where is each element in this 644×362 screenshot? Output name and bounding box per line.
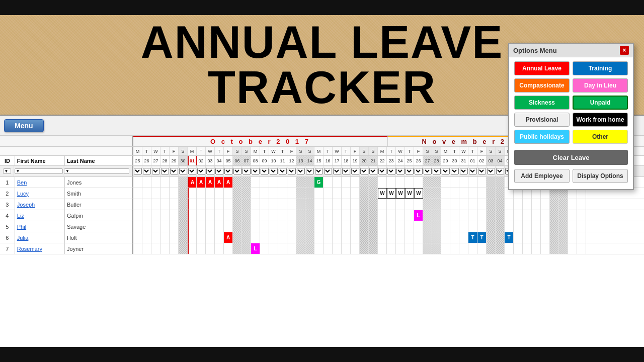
cal-cell-5-41[interactable]: T [505, 232, 514, 243]
cal-cell-3-5[interactable] [179, 210, 188, 221]
cal-cell-3-26[interactable] [369, 210, 378, 221]
cal-cell-3-17[interactable] [287, 210, 296, 221]
cal-cell-4-0[interactable] [133, 221, 142, 232]
cal-cell-0-8[interactable]: A [206, 177, 215, 188]
cal-cell-6-7[interactable] [197, 243, 206, 254]
cal-cell-5-39[interactable] [487, 232, 496, 243]
cal-cell-3-8[interactable] [206, 210, 215, 221]
cal-cell-3-3[interactable] [160, 210, 170, 221]
cal-cell-6-4[interactable] [170, 243, 179, 254]
cal-cell-5-46[interactable] [550, 232, 559, 243]
cal-cell-1-2[interactable] [151, 188, 160, 199]
cal-cell-6-44[interactable] [532, 243, 541, 254]
cal-cell-1-36[interactable] [459, 188, 468, 199]
cal-cell-6-10[interactable] [224, 243, 233, 254]
cal-cell-0-23[interactable] [342, 177, 351, 188]
cal-cell-6-49[interactable] [577, 243, 586, 254]
cal-cell-4-8[interactable] [206, 221, 215, 232]
cal-cell-0-12[interactable] [242, 177, 251, 188]
cal-cell-4-47[interactable] [559, 221, 568, 232]
cal-cell-1-6[interactable] [188, 188, 197, 199]
menu-button[interactable]: Menu [4, 119, 44, 132]
cal-cell-0-13[interactable] [251, 177, 260, 188]
cal-cell-5-1[interactable] [142, 232, 151, 243]
cal-cell-6-28[interactable] [387, 243, 396, 254]
cal-cell-1-26[interactable] [369, 188, 378, 199]
cal-cell-2-31[interactable] [414, 199, 423, 210]
work-from-home-btn[interactable]: Work from home [573, 113, 628, 127]
cal-cell-0-39[interactable] [487, 177, 496, 188]
cal-cell-2-34[interactable] [441, 199, 450, 210]
cal-cell-5-35[interactable] [450, 232, 459, 243]
cal-cell-2-40[interactable] [496, 199, 505, 210]
cal-cell-3-16[interactable] [278, 210, 287, 221]
cal-cell-5-5[interactable] [179, 232, 188, 243]
cell-firstname-3[interactable]: Liz [15, 210, 65, 221]
cal-cell-4-31[interactable] [414, 221, 423, 232]
cal-cell-2-48[interactable] [568, 199, 577, 210]
cal-cell-5-49[interactable] [577, 232, 586, 243]
cal-cell-0-10[interactable]: A [224, 177, 233, 188]
cal-cell-0-9[interactable]: A [215, 177, 224, 188]
cal-cell-2-27[interactable] [378, 199, 387, 210]
cal-cell-3-36[interactable] [459, 210, 468, 221]
cal-cell-3-24[interactable] [351, 210, 360, 221]
cal-cell-5-38[interactable]: T [477, 232, 487, 243]
cell-firstname-0[interactable]: Ben [15, 177, 65, 188]
cal-cell-5-33[interactable] [432, 232, 441, 243]
cal-cell-5-23[interactable] [342, 232, 351, 243]
cal-cell-3-1[interactable] [142, 210, 151, 221]
cal-cell-4-11[interactable] [233, 221, 242, 232]
cal-cell-4-26[interactable] [369, 221, 378, 232]
cal-cell-6-27[interactable] [378, 243, 387, 254]
cal-cell-3-44[interactable] [532, 210, 541, 221]
cal-cell-1-17[interactable] [287, 188, 296, 199]
cal-cell-1-23[interactable] [342, 188, 351, 199]
cal-cell-1-20[interactable] [314, 188, 324, 199]
cal-cell-0-3[interactable] [160, 177, 170, 188]
cal-cell-1-24[interactable] [351, 188, 360, 199]
cal-cell-2-9[interactable] [215, 199, 224, 210]
cal-cell-2-23[interactable] [342, 199, 351, 210]
cal-cell-1-7[interactable] [197, 188, 206, 199]
cal-cell-1-40[interactable] [496, 188, 505, 199]
cal-cell-1-1[interactable] [142, 188, 151, 199]
cal-cell-4-5[interactable] [179, 221, 188, 232]
cal-cell-4-34[interactable] [441, 221, 450, 232]
cal-cell-6-34[interactable] [441, 243, 450, 254]
cal-cell-0-32[interactable] [423, 177, 432, 188]
cal-cell-6-0[interactable] [133, 243, 142, 254]
cal-cell-6-42[interactable] [514, 243, 523, 254]
filter-id-select[interactable]: ▼ [3, 168, 11, 174]
cal-cell-1-39[interactable] [487, 188, 496, 199]
cal-cell-5-19[interactable] [305, 232, 314, 243]
cal-cell-6-47[interactable] [559, 243, 568, 254]
cal-cell-6-17[interactable] [287, 243, 296, 254]
cal-cell-5-31[interactable] [414, 232, 423, 243]
cal-cell-0-17[interactable] [287, 177, 296, 188]
cal-cell-3-27[interactable] [378, 210, 387, 221]
cal-cell-0-28[interactable] [387, 177, 396, 188]
cal-cell-2-10[interactable] [224, 199, 233, 210]
cal-cell-4-6[interactable] [188, 221, 197, 232]
cal-cell-2-24[interactable] [351, 199, 360, 210]
cal-cell-2-3[interactable] [160, 199, 170, 210]
cal-cell-3-0[interactable] [133, 210, 142, 221]
cal-cell-0-21[interactable] [324, 177, 333, 188]
cal-cell-6-16[interactable] [278, 243, 287, 254]
annual-leave-btn[interactable]: Annual Leave [514, 61, 570, 75]
cal-cell-2-22[interactable] [333, 199, 342, 210]
cal-cell-3-12[interactable] [242, 210, 251, 221]
cal-cell-5-24[interactable] [351, 232, 360, 243]
cal-cell-2-14[interactable] [260, 199, 269, 210]
cal-cell-2-28[interactable] [387, 199, 396, 210]
cal-cell-6-43[interactable] [523, 243, 532, 254]
cal-cell-1-29[interactable]: W [396, 188, 405, 199]
cal-cell-0-36[interactable] [459, 177, 468, 188]
cal-cell-6-15[interactable] [269, 243, 278, 254]
cal-cell-1-28[interactable]: W [387, 188, 396, 199]
cal-cell-0-37[interactable] [468, 177, 477, 188]
cal-cell-4-37[interactable] [468, 221, 477, 232]
add-employee-btn[interactable]: Add Employee [514, 169, 570, 183]
cal-cell-1-19[interactable] [305, 188, 314, 199]
